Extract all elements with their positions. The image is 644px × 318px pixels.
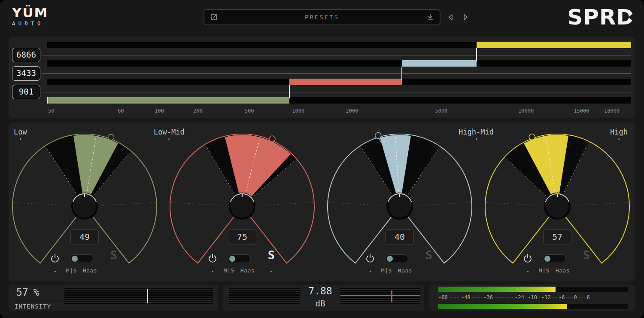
spread-dial-high-mid[interactable] (320, 132, 479, 274)
crossover-freq-value[interactable]: 6866 (12, 48, 40, 62)
brand-logo: YÜM AUDIO (12, 5, 48, 27)
preset-name-label[interactable]: PRESETS (218, 14, 426, 21)
band-start-tick (47, 97, 48, 104)
intensity-unit: % (33, 287, 39, 298)
toggle-knob (72, 256, 78, 262)
save-preset-icon[interactable] (426, 13, 434, 21)
meter-fill-top (438, 287, 556, 292)
ms-haas-toggle-high[interactable] (543, 254, 566, 263)
freq-tick-label: 15000 (574, 108, 589, 114)
crossover-handle[interactable] (289, 85, 290, 98)
meter-bar-bottom (438, 304, 628, 309)
ms-haas-toggle-low-mid[interactable] (228, 254, 251, 263)
freq-tick-label: 2000 (346, 108, 358, 114)
intensity-handle[interactable] (147, 289, 148, 303)
export-preset-icon[interactable] (210, 13, 218, 21)
footer-bar: 57% INTENSITY 7.88 dB -60-48-36-24-18-12… (9, 284, 635, 311)
dial-arm-handle[interactable] (108, 134, 114, 140)
dials-panel: Low49M|SHaasSLow-Mid75M|SHaasSHigh-Mid40… (9, 122, 635, 281)
brand-sub: AUDIO (12, 21, 48, 27)
preset-selector[interactable]: PRESETS (204, 9, 440, 25)
meter-scale-label: -36 (482, 294, 494, 300)
width-slider-left[interactable] (229, 288, 300, 304)
toggle-labels: M|SHaas (360, 267, 433, 274)
band-segment-low-mid[interactable] (289, 79, 401, 85)
dial-arm-handle[interactable] (529, 134, 535, 140)
dial-arm-handle[interactable] (375, 133, 381, 139)
meter-scale-label: 6 (585, 294, 591, 300)
freq-tick-label: 18000 (604, 108, 620, 114)
spectrum-track: 5060100200500100020005000100001500018000 (47, 37, 631, 118)
intensity-label: INTENSITY (15, 303, 51, 310)
spread-value-high-mid[interactable]: 40 (386, 229, 414, 245)
width-zero-line (340, 295, 420, 296)
band-segment-low[interactable] (47, 97, 289, 104)
intensity-value[interactable]: 57% (16, 287, 39, 298)
spread-value-low[interactable]: 49 (70, 229, 99, 245)
width-slider-right[interactable] (340, 288, 420, 304)
meter-scale-label: 0 (572, 294, 578, 300)
width-unit: dB (300, 299, 341, 308)
intensity-divider (15, 301, 63, 301)
meter-scale-label: -18 (526, 294, 538, 300)
freq-tick-label: 500 (245, 108, 254, 114)
crossover-freq-value[interactable]: 901 (12, 85, 40, 99)
preset-next-button[interactable] (461, 13, 470, 21)
solo-button-high-mid[interactable]: S (421, 248, 437, 262)
meter-scale-label: -12 (540, 294, 552, 300)
freq-tick-label: 200 (193, 108, 203, 114)
toggle-knob (544, 256, 550, 262)
preset-area: PRESETS (204, 9, 470, 25)
toggle-labels: M|SHaas (518, 267, 591, 274)
power-button-high[interactable] (523, 254, 532, 263)
crossover-handle[interactable] (401, 67, 402, 80)
crossover-freq-value[interactable]: 3433 (12, 66, 40, 81)
intensity-panel: 57% INTENSITY (9, 284, 218, 311)
width-value[interactable]: 7.88 (300, 285, 341, 297)
top-bar: YÜM AUDIO PRESETS SPRD (0, 0, 644, 37)
spread-value-high[interactable]: 57 (543, 229, 571, 245)
plugin-window: YÜM AUDIO PRESETS SPRD 506010020050010 (0, 0, 644, 318)
power-button-low-mid[interactable] (208, 254, 217, 263)
meter-bar-top (438, 287, 628, 292)
spectrum-panel: 5060100200500100020005000100001500018000… (9, 37, 635, 118)
toggle-labels: M|SHaas (203, 267, 276, 274)
band-segment-high[interactable] (477, 42, 631, 48)
ms-haas-toggle-high-mid[interactable] (385, 254, 408, 263)
spread-dial-low-mid[interactable] (163, 132, 322, 274)
band-segment-high-mid[interactable] (402, 60, 477, 67)
toggle-knob (387, 256, 393, 262)
plugin-logo: SPRD (567, 3, 635, 31)
freq-tick-label: 100 (155, 108, 164, 114)
meter-scale: -60-48-36-24-18-12-606 (438, 293, 628, 303)
brand-name: YÜM (12, 5, 48, 20)
meter-scale-label: -60 (437, 294, 449, 300)
band-row-high (47, 42, 631, 48)
freq-tick-label: 10000 (518, 108, 534, 114)
solo-button-low-mid[interactable]: S (264, 248, 279, 262)
ms-haas-toggle-low[interactable] (70, 254, 93, 263)
meter-scale-label: -24 (513, 294, 526, 300)
toggle-knob (229, 256, 235, 262)
band-row-low-mid (47, 79, 631, 85)
spread-dial-high[interactable] (478, 132, 637, 274)
solo-led (270, 271, 272, 272)
band-row-high-mid (47, 60, 631, 67)
power-button-high-mid[interactable] (365, 254, 375, 263)
crossover-handle[interactable] (476, 48, 477, 61)
meter-fill-bottom (438, 304, 567, 309)
intensity-slider[interactable] (64, 288, 213, 304)
width-handle[interactable] (391, 290, 392, 302)
preset-prev-button[interactable] (447, 13, 455, 21)
solo-button-low[interactable]: S (106, 248, 122, 262)
power-button-low[interactable] (50, 254, 60, 263)
width-panel: 7.88 dB (223, 284, 424, 311)
intensity-number[interactable]: 57 (16, 287, 28, 298)
freq-tick-label: 50 (48, 108, 54, 114)
dial-arm-handle[interactable] (269, 136, 275, 142)
meter-scale-label: -6 (557, 294, 566, 300)
solo-button-high[interactable]: S (579, 248, 594, 262)
freq-tick-label: 5000 (435, 108, 448, 114)
spread-value-low-mid[interactable]: 75 (228, 229, 256, 245)
spread-dial-low[interactable] (5, 132, 164, 274)
